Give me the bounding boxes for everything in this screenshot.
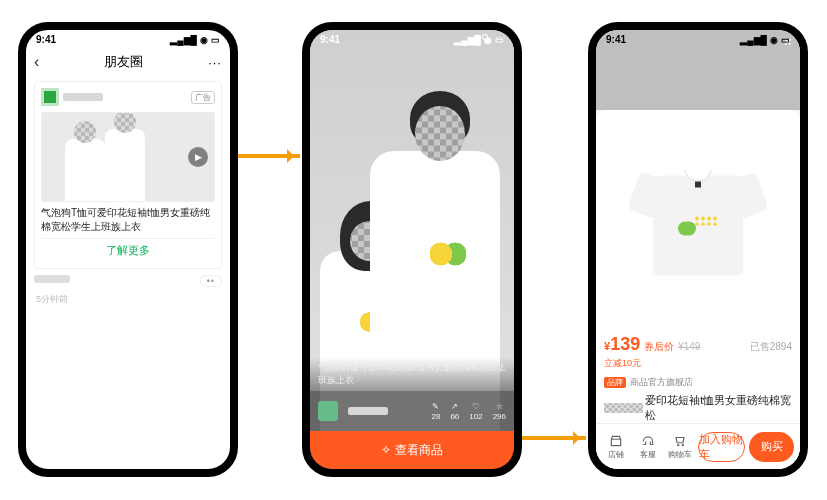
product-title: 爱印花短袖t恤男女重磅纯棉宽松 (604, 393, 792, 423)
store-line[interactable]: 品牌 商品官方旗舰店 (604, 376, 792, 389)
store-name: 商品官方旗舰店 (630, 376, 693, 389)
sold-count: 已售2894 (750, 340, 792, 354)
share-button[interactable]: ↗ 66 (450, 402, 459, 421)
feedback-button[interactable]: •• (200, 275, 222, 287)
discount-text: 立减10元 (604, 357, 792, 370)
location-blurred (34, 275, 70, 283)
signal-icon: ▂▄▆█ (170, 35, 197, 45)
title-prefix-blurred (604, 403, 643, 413)
timestamp: 5分钟前 (36, 293, 220, 306)
like-button[interactable]: ♡ 102 (469, 402, 482, 421)
video-caption: 气泡狗T恤可爱印花短袖t恤男女重磅纯棉宽松上班族上衣 (310, 357, 514, 391)
social-bar: ✎ 28 ↗ 66 ♡ 102 ☆ 296 (310, 391, 514, 431)
cart-icon (673, 434, 687, 448)
publisher-name-blurred (63, 93, 103, 101)
cart-tab[interactable]: 购物车 (666, 434, 694, 460)
bottom-action-bar: 店铺 客服 购物车 加入购物车 购买 (596, 423, 800, 469)
back-icon[interactable]: ‹ (34, 53, 39, 71)
phone-frame-moments: 9:41 ▂▄▆█ ◉ ▭ ‹ 朋友圈 ··· 广告 ▶ 气泡狗T恤 (18, 22, 238, 477)
heart-icon: ♡ (472, 402, 479, 411)
battery-icon: ▭ (781, 35, 790, 45)
sparkle-icon: ✧ (381, 443, 391, 457)
buy-button[interactable]: 购买 (749, 432, 794, 462)
more-icon[interactable]: ⋯ (495, 32, 506, 45)
share-icon: ↗ (451, 402, 458, 411)
author-name-blurred (348, 407, 388, 415)
phone-frame-video: 9:41 ▂▄▆█ ◉ ▭ ⚲ ⋯ 气泡狗T恤可爱印花短袖t恤男女重磅纯棉宽松上… (302, 22, 522, 477)
shop-tab[interactable]: 店铺 (602, 434, 630, 460)
flow-arrow-2 (522, 436, 586, 440)
add-to-cart-button[interactable]: 加入购物车 (698, 432, 745, 462)
feed-ad-card[interactable]: 广告 ▶ 气泡狗T恤可爱印花短袖t恤男女重磅纯棉宽松学生上班族上衣 了解更多 (34, 81, 222, 269)
signal-icon: ▂▄▆█ (740, 35, 767, 45)
price-original: ¥149 (678, 341, 700, 352)
star-icon: ☆ (496, 402, 503, 411)
view-product-label: 查看商品 (395, 442, 443, 459)
share-count: 66 (450, 412, 459, 421)
flow-arrow-1 (238, 154, 300, 158)
status-bar: 9:41 ▂▄▆█ ◉ ▭ (596, 30, 800, 49)
price-after-label: 券后价 (644, 340, 674, 354)
store-badge: 品牌 (604, 377, 626, 388)
product-image[interactable] (604, 120, 792, 334)
favorite-count: 296 (493, 412, 506, 421)
shop-icon (609, 434, 623, 448)
headset-icon (641, 434, 655, 448)
ad-caption: 气泡狗T恤可爱印花短袖t恤男女重磅纯棉宽松学生上班族上衣 (41, 206, 215, 234)
wifi-icon: ◉ (770, 35, 778, 45)
wifi-icon: ◉ (200, 35, 208, 45)
more-icon[interactable]: ··· (208, 55, 222, 70)
price-value: ¥139 (604, 334, 640, 355)
clock: 9:41 (606, 34, 626, 45)
play-icon[interactable]: ▶ (188, 147, 208, 167)
clock: 9:41 (36, 34, 56, 45)
tshirt-graphic (633, 156, 763, 286)
product-sheet: ¥139 券后价 ¥149 已售2894 立减10元 品牌 商品官方旗舰店 爱印… (596, 110, 800, 469)
like-count: 102 (469, 412, 482, 421)
video-fullscreen[interactable]: 9:41 ▂▄▆█ ◉ ▭ ⚲ ⋯ 气泡狗T恤可爱印花短袖t恤男女重磅纯棉宽松上… (310, 30, 514, 431)
video-thumbnail[interactable]: ▶ (41, 112, 215, 202)
nav-bar: ‹ 朋友圈 ··· (26, 49, 230, 75)
comment-button[interactable]: ✎ 28 (431, 402, 440, 421)
view-product-button[interactable]: ✧ 查看商品 (310, 431, 514, 469)
favorite-button[interactable]: ☆ 296 (493, 402, 506, 421)
phone-frame-product: 9:41 ▂▄▆█ ◉ ▭ × ¥139 券后价 ¥149 已售2894 (588, 22, 808, 477)
signal-icon: ▂▄▆█ (454, 35, 481, 45)
battery-icon: ▭ (211, 35, 220, 45)
comment-count: 28 (431, 412, 440, 421)
publisher-avatar[interactable] (41, 88, 59, 106)
service-tab[interactable]: 客服 (634, 434, 662, 460)
clock: 9:41 (320, 34, 340, 45)
price-line: ¥139 券后价 ¥149 已售2894 (604, 334, 792, 355)
nav-title: 朋友圈 (104, 53, 143, 71)
author-avatar[interactable] (318, 401, 338, 421)
status-bar: 9:41 ▂▄▆█ ◉ ▭ (26, 30, 230, 49)
ad-badge: 广告 (191, 91, 215, 104)
comment-icon: ✎ (432, 402, 439, 411)
search-icon[interactable]: ⚲ (481, 32, 489, 45)
learn-more-button[interactable]: 了解更多 (41, 238, 215, 262)
